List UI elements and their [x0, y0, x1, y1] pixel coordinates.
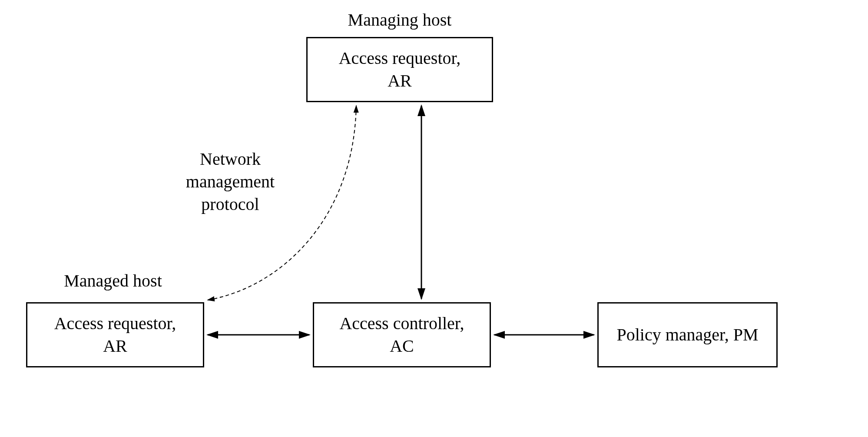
- ar-top-line2: AR: [388, 71, 412, 90]
- network-protocol-line3: protocol: [201, 194, 259, 214]
- managed-host-label: Managed host: [48, 270, 178, 292]
- access-requestor-top-box: Access requestor, AR: [306, 37, 493, 102]
- ac-line1: Access controller,: [339, 314, 464, 333]
- ac-line2: AC: [390, 336, 414, 356]
- ar-top-line1: Access requestor,: [339, 48, 461, 68]
- managing-host-label: Managing host: [317, 9, 482, 31]
- network-protocol-line2: management: [186, 172, 275, 191]
- ar-bottom-line1: Access requestor,: [54, 314, 176, 333]
- managed-host-text: Managed host: [64, 271, 162, 290]
- network-protocol-line1: Network: [200, 149, 261, 169]
- ar-bottom-line2: AR: [103, 336, 127, 356]
- access-requestor-bottom-box: Access requestor, AR: [26, 302, 204, 367]
- pm-text: Policy manager, PM: [616, 325, 758, 344]
- managing-host-text: Managing host: [348, 10, 452, 30]
- network-protocol-label: Network management protocol: [169, 148, 291, 216]
- access-controller-box: Access controller, AC: [313, 302, 491, 367]
- policy-manager-box: Policy manager, PM: [597, 302, 778, 367]
